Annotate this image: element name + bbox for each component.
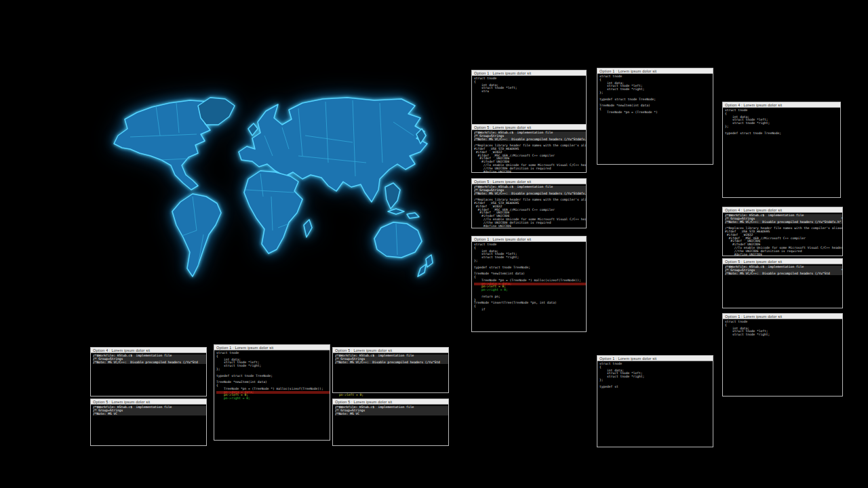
peninsula-southeast-asia [385,183,400,209]
code-window: Option 5 : Lorem ipsum dolor sit/*$Workf… [332,347,449,393]
code-line: #define UNICODE [474,225,586,228]
window-title: Option 5 : Lorem ipsum dolor sit [335,400,392,404]
code-content: pn->left = 0; [331,393,449,397]
code-line: /*Note: MS VC/C++: Disable precompiled h… [725,221,842,224]
window-title: Option 5 : Lorem ipsum dolor sit [474,125,531,129]
window-title: Option 1 : Lorem ipsum dolor sit [216,346,273,350]
code-window: Option 1 : Lorem ipsum dolor sitstruct t… [722,313,843,396]
island-madagascar [304,220,312,237]
code-line: /*Note: MS VC/C++: Disable precompiled h… [725,272,842,276]
hacker-dashboard: Option 1 : Lorem ipsum dolor sitstruct t… [0,0,868,488]
window-title: Option 5 : Lorem ipsum dolor sit [335,348,392,352]
code-window: Option 1 : Lorem ipsum dolor sitstruct t… [471,236,587,332]
code-content: /*$Workfile: KStub.c$ implementation fil… [472,130,586,174]
code-line: pn->right = 0; [216,397,330,401]
window-title: Option 1 : Lorem ipsum dolor sit [725,314,782,319]
window-titlebar[interactable]: Option 4 : Lorem ipsum dolor sit [723,207,842,213]
code-window: Option 1 : Lorem ipsum dolor sitstruct t… [597,68,713,165]
code-peek-strip: pn->left = 0; [331,393,449,399]
window-title: Option 5 : Lorem ipsum dolor sit [474,180,531,184]
window-titlebar[interactable]: Option 5 : Lorem ipsum dolor sit [333,399,448,405]
code-window: Option 1 : Lorem ipsum dolor sitstruct t… [471,70,587,125]
window-titlebar[interactable]: Option 5 : Lorem ipsum dolor sit [472,125,586,130]
code-content: struct tnode{ int data; struct tnode *le… [723,108,840,135]
code-line: typedef struct tnode TreeNode; [725,132,840,136]
window-title: Option 5 : Lorem ipsum dolor sit [93,400,150,404]
code-line: /*Note: MS VC/C++: Disable precompiled h… [335,361,448,365]
code-content: /*$Workfile: KStub.c$ implementation fil… [91,405,206,415]
code-line: /*Note: MS VC/C++: Disable precompiled h… [474,192,586,196]
code-line: if [474,308,586,312]
code-window: Option 4 : Lorem ipsum dolor sit/*$Workf… [722,207,843,256]
code-line: typedef st [599,386,713,389]
window-titlebar[interactable]: Option 5 : Lorem ipsum dolor sit [333,348,448,353]
window-titlebar[interactable]: Option 1 : Lorem ipsum dolor sit [472,237,586,242]
window-titlebar[interactable]: Option 1 : Lorem ipsum dolor sit [472,70,586,76]
code-content: /*$Workfile: KStub.c$ implementation fil… [723,213,842,256]
code-line: /*Note: MS VC [93,413,206,416]
code-content: /*$Workfile: KStub.c$ implementation fil… [723,264,842,275]
window-titlebar[interactable]: Option 5 : Lorem ipsum dolor sit [91,399,206,405]
continent-australia [374,222,422,258]
window-titlebar[interactable]: Option 1 : Lorem ipsum dolor sit [723,314,842,319]
islands-new-zealand [418,255,433,277]
code-line: pn->left = 0; [339,394,449,397]
window-title: Option 4 : Lorem ipsum dolor sit [725,103,782,107]
code-content: struct tnode{ int data; struct tnode *le… [597,74,713,115]
window-titlebar[interactable]: Option 4 : Lorem ipsum dolor sit [91,348,206,353]
continent-south-america [172,194,221,277]
code-content: /*$Workfile: KStub.c$ implementation fil… [333,353,448,364]
code-line: stru [474,90,586,94]
code-content: struct tnode{ int data; struct tnode *le… [472,76,586,94]
code-window: Option 5 : Lorem ipsum dolor sit/*$Workf… [471,178,587,228]
window-title: Option 4 : Lorem ipsum dolor sit [725,208,782,212]
code-content: struct tnode{ int data; struct tnode *le… [597,361,713,388]
window-titlebar[interactable]: Option 5 : Lorem ipsum dolor sit [472,179,586,184]
window-title: Option 4 : Lorem ipsum dolor sit [93,348,150,352]
code-content: /*$Workfile: KStub.c$ implementation fil… [472,184,586,228]
code-line: #define UNICODE [725,253,842,257]
code-window: Option 1 : Lorem ipsum dolor sitstruct t… [214,344,330,441]
code-content: struct tnode{ int data; struct tnode *le… [214,350,330,401]
code-content: /*$Workfile: KStub.c$ implementation fil… [91,353,206,364]
window-titlebar[interactable]: Option 5 : Lorem ipsum dolor sit [723,259,842,264]
code-content: /*$Workfile: KStub.c$ implementation fil… [333,405,448,415]
code-line: #define UNICODE [474,171,586,174]
code-content: struct tnode{ int data; struct tnode *le… [723,319,842,337]
code-window: Option 1 : Lorem ipsum dolor sitstruct t… [597,355,713,447]
code-line: /*Note: MS VC/C++: Disable precompiled h… [474,138,586,142]
continent-africa [244,171,302,253]
window-title: Option 1 : Lorem ipsum dolor sit [474,237,531,241]
code-line: /*Note: MS VC [335,413,448,416]
world-map-svg [95,95,448,285]
code-line: TreeNode *pn = (TreeNode *) [599,111,713,115]
window-title: Option 1 : Lorem ipsum dolor sit [474,71,531,75]
code-line: struct tnode *right; [725,333,842,337]
code-window: Option 5 : Lorem ipsum dolor sit/*$Workf… [332,399,449,446]
window-title: Option 1 : Lorem ipsum dolor sit [599,357,656,361]
window-titlebar[interactable]: Option 1 : Lorem ipsum dolor sit [597,356,713,361]
island-greenland [198,98,235,125]
code-window: Option 4 : Lorem ipsum dolor sit/*$Workf… [90,347,207,396]
window-title: Option 5 : Lorem ipsum dolor sit [725,260,782,264]
code-window: Option 5 : Lorem ipsum dolor sit/*$Workf… [90,399,207,446]
islands-indonesia [388,209,419,218]
island-british-isles [248,123,258,136]
window-titlebar[interactable]: Option 4 : Lorem ipsum dolor sit [723,102,840,108]
code-line: /*Note: MS VC/C++: Disable precompiled h… [93,361,206,365]
world-map [95,95,448,285]
code-window: Option 5 : Lorem ipsum dolor sit/*$Workf… [722,258,843,308]
code-content: struct tnode{ int data; struct tnode *le… [472,242,586,312]
window-title: Option 1 : Lorem ipsum dolor sit [599,69,656,73]
window-titlebar[interactable]: Option 1 : Lorem ipsum dolor sit [597,68,713,74]
code-window: Option 5 : Lorem ipsum dolor sit/*$Workf… [471,124,587,173]
code-window: Option 4 : Lorem ipsum dolor sitstruct t… [722,102,841,198]
window-titlebar[interactable]: Option 1 : Lorem ipsum dolor sit [214,345,330,350]
